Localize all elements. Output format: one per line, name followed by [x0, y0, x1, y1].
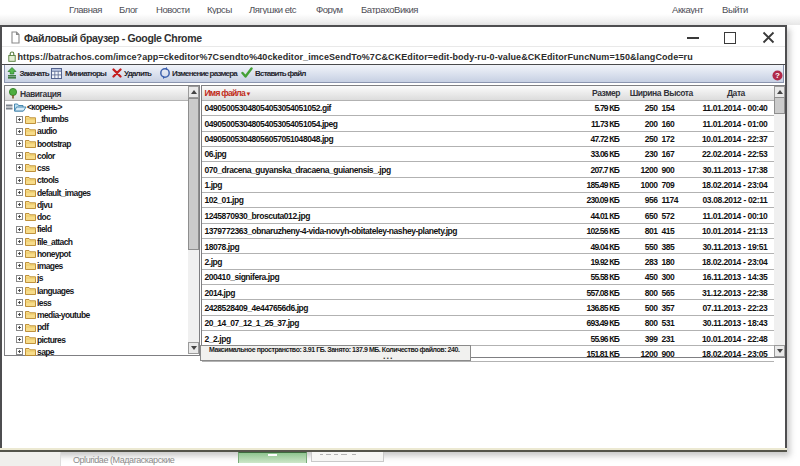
svg-text:?: ? — [775, 71, 780, 80]
